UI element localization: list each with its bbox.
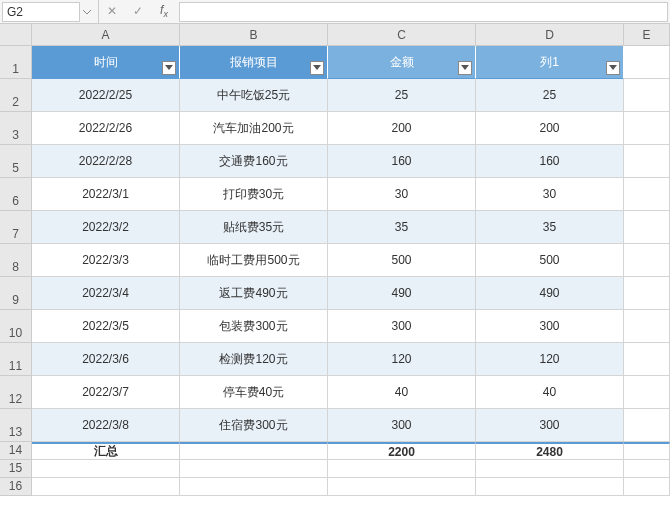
cell-amount[interactable]: 300 [328, 310, 476, 343]
cell-amount[interactable]: 500 [328, 244, 476, 277]
cell-time[interactable]: 2022/3/6 [32, 343, 180, 376]
cell-col1[interactable]: 35 [476, 211, 624, 244]
total-amount[interactable]: 2200 [328, 442, 476, 460]
cell-time[interactable]: 2022/2/26 [32, 112, 180, 145]
row-header[interactable]: 12 [0, 376, 32, 409]
cell-time[interactable]: 2022/3/5 [32, 310, 180, 343]
col-header-e[interactable]: E [624, 24, 670, 46]
cell[interactable] [180, 442, 328, 460]
fx-icon[interactable]: fx [157, 3, 171, 19]
row-header[interactable]: 3 [0, 112, 32, 145]
col-header-d[interactable]: D [476, 24, 624, 46]
row-header[interactable]: 5 [0, 145, 32, 178]
cell-item[interactable]: 住宿费300元 [180, 409, 328, 442]
cell-time[interactable]: 2022/3/8 [32, 409, 180, 442]
row-header[interactable]: 2 [0, 79, 32, 112]
total-col1[interactable]: 2480 [476, 442, 624, 460]
cell-item[interactable]: 中午吃饭25元 [180, 79, 328, 112]
filter-button[interactable] [458, 61, 472, 75]
cell[interactable] [328, 478, 476, 496]
cell-col1[interactable]: 200 [476, 112, 624, 145]
cell[interactable] [624, 460, 670, 478]
cell-col1[interactable]: 25 [476, 79, 624, 112]
row-header[interactable]: 15 [0, 460, 32, 478]
cell-amount[interactable]: 35 [328, 211, 476, 244]
cell[interactable] [180, 460, 328, 478]
name-box-dropdown-icon[interactable] [82, 7, 92, 17]
cell-item[interactable]: 贴纸费35元 [180, 211, 328, 244]
row-header[interactable]: 14 [0, 442, 32, 460]
cell[interactable] [624, 409, 670, 442]
cells-area[interactable]: 时间 报销项目 金额 列1 2022/2/25中午吃饭25元25252022/2… [32, 46, 670, 496]
row-header[interactable]: 13 [0, 409, 32, 442]
cell-item[interactable]: 停车费40元 [180, 376, 328, 409]
cell-time[interactable]: 2022/3/1 [32, 178, 180, 211]
cell[interactable] [624, 79, 670, 112]
cell-amount[interactable]: 300 [328, 409, 476, 442]
cell[interactable] [624, 211, 670, 244]
cell[interactable] [624, 112, 670, 145]
filter-button[interactable] [606, 61, 620, 75]
cell[interactable] [624, 478, 670, 496]
cell-time[interactable]: 2022/3/2 [32, 211, 180, 244]
select-all-corner[interactable] [0, 24, 32, 46]
cell-amount[interactable]: 25 [328, 79, 476, 112]
cell[interactable] [624, 310, 670, 343]
cell-item[interactable]: 返工费490元 [180, 277, 328, 310]
total-label[interactable]: 汇总 [32, 442, 180, 460]
cell[interactable] [624, 145, 670, 178]
row-header[interactable]: 9 [0, 277, 32, 310]
cell-time[interactable]: 2022/3/7 [32, 376, 180, 409]
cell[interactable] [624, 442, 670, 460]
cell-item[interactable]: 临时工费用500元 [180, 244, 328, 277]
cell-item[interactable]: 包装费300元 [180, 310, 328, 343]
row-header[interactable]: 1 [0, 46, 32, 79]
cell-time[interactable]: 2022/2/28 [32, 145, 180, 178]
cell-amount[interactable]: 120 [328, 343, 476, 376]
cell-col1[interactable]: 30 [476, 178, 624, 211]
header-item[interactable]: 报销项目 [180, 46, 328, 79]
cell[interactable] [624, 244, 670, 277]
row-header[interactable]: 6 [0, 178, 32, 211]
cell-col1[interactable]: 40 [476, 376, 624, 409]
cell-item[interactable]: 汽车加油200元 [180, 112, 328, 145]
formula-input[interactable] [179, 2, 668, 22]
cell-time[interactable]: 2022/3/4 [32, 277, 180, 310]
cell-item[interactable]: 打印费30元 [180, 178, 328, 211]
cell-col1[interactable]: 300 [476, 310, 624, 343]
cell-time[interactable]: 2022/3/3 [32, 244, 180, 277]
name-box[interactable]: G2 [2, 2, 80, 22]
col-header-a[interactable]: A [32, 24, 180, 46]
cell-amount[interactable]: 40 [328, 376, 476, 409]
cell[interactable] [476, 478, 624, 496]
cell-col1[interactable]: 300 [476, 409, 624, 442]
header-amount[interactable]: 金额 [328, 46, 476, 79]
cell-amount[interactable]: 490 [328, 277, 476, 310]
cell[interactable] [180, 478, 328, 496]
cell[interactable] [624, 46, 670, 79]
row-header[interactable]: 8 [0, 244, 32, 277]
cell-item[interactable]: 检测费120元 [180, 343, 328, 376]
filter-button[interactable] [162, 61, 176, 75]
cell[interactable] [476, 460, 624, 478]
cell-col1[interactable]: 490 [476, 277, 624, 310]
col-header-c[interactable]: C [328, 24, 476, 46]
cell[interactable] [624, 343, 670, 376]
cell-col1[interactable]: 120 [476, 343, 624, 376]
row-header[interactable]: 16 [0, 478, 32, 496]
cell[interactable] [32, 478, 180, 496]
cell-col1[interactable]: 500 [476, 244, 624, 277]
cell[interactable] [328, 460, 476, 478]
header-time[interactable]: 时间 [32, 46, 180, 79]
header-col1[interactable]: 列1 [476, 46, 624, 79]
cell-amount[interactable]: 30 [328, 178, 476, 211]
cell-item[interactable]: 交通费160元 [180, 145, 328, 178]
filter-button[interactable] [310, 61, 324, 75]
row-header[interactable]: 7 [0, 211, 32, 244]
col-header-b[interactable]: B [180, 24, 328, 46]
cell-amount[interactable]: 200 [328, 112, 476, 145]
cell[interactable] [624, 376, 670, 409]
cell[interactable] [624, 277, 670, 310]
cell-col1[interactable]: 160 [476, 145, 624, 178]
cell[interactable] [32, 460, 180, 478]
